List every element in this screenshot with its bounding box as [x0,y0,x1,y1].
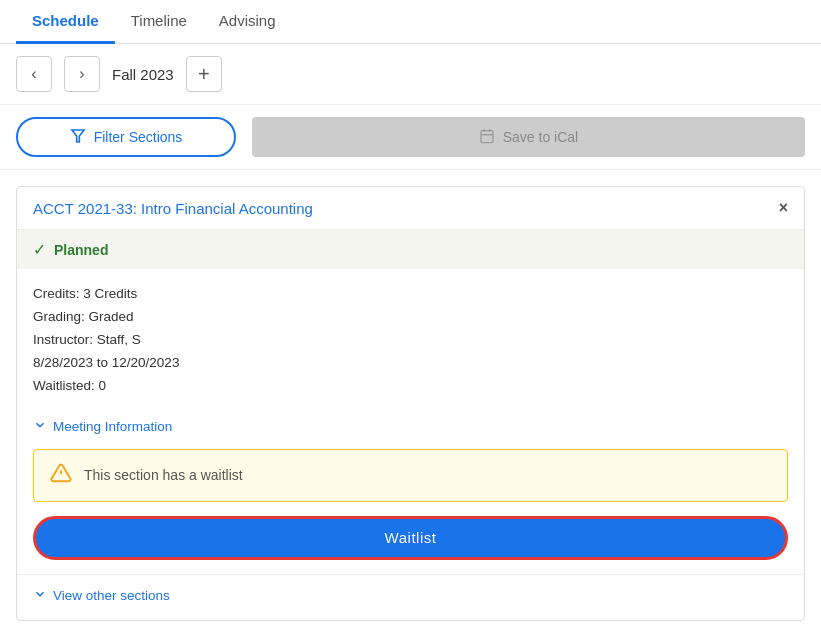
check-icon: ✓ [33,240,46,259]
filter-sections-button[interactable]: Filter Sections [16,117,236,157]
next-button[interactable]: › [64,56,100,92]
tab-timeline[interactable]: Timeline [115,0,203,44]
course-link[interactable]: ACCT 2021-33: Intro Financial Accounting [33,200,313,217]
instructor-text: Instructor: Staff, S [33,329,788,352]
save-ical-label: Save to iCal [503,129,578,145]
tab-schedule[interactable]: Schedule [16,0,115,44]
calendar-icon [479,128,495,147]
filter-icon [70,128,86,147]
chevron-down-icon [33,418,47,435]
grading-text: Grading: Graded [33,306,788,329]
filter-label: Filter Sections [94,129,183,145]
waitlist-warning: This section has a waitlist [33,449,788,502]
meeting-info-label: Meeting Information [53,419,172,434]
card-header: ACCT 2021-33: Intro Financial Accounting… [17,187,804,230]
term-label: Fall 2023 [112,66,174,83]
waitlist-button[interactable]: Waitlist [33,516,788,560]
course-details: Credits: 3 Credits Grading: Graded Instr… [17,269,804,412]
course-card: ACCT 2021-33: Intro Financial Accounting… [16,186,805,621]
view-other-sections-row[interactable]: View other sections [17,574,804,620]
waitlist-button-wrap: Waitlist [17,502,804,574]
action-row: Filter Sections Save to iCal [0,105,821,170]
status-row: ✓ Planned [17,230,804,269]
dates-text: 8/28/2023 to 12/20/2023 [33,352,788,375]
svg-marker-0 [72,130,84,142]
add-button[interactable]: + [186,56,222,92]
save-ical-button: Save to iCal [252,117,805,157]
meeting-info-row[interactable]: Meeting Information [17,412,804,449]
status-label: Planned [54,242,108,258]
chevron-down-sections-icon [33,587,47,604]
top-nav: Schedule Timeline Advising [0,0,821,44]
close-icon[interactable]: × [779,199,788,217]
waitlist-warning-text: This section has a waitlist [84,467,243,483]
warning-icon [50,462,72,489]
credits-text: Credits: 3 Credits [33,283,788,306]
svg-rect-1 [481,130,493,142]
toolbar: ‹ › Fall 2023 + [0,44,821,105]
waitlisted-text: Waitlisted: 0 [33,375,788,398]
prev-button[interactable]: ‹ [16,56,52,92]
view-sections-label: View other sections [53,588,170,603]
tab-advising[interactable]: Advising [203,0,292,44]
